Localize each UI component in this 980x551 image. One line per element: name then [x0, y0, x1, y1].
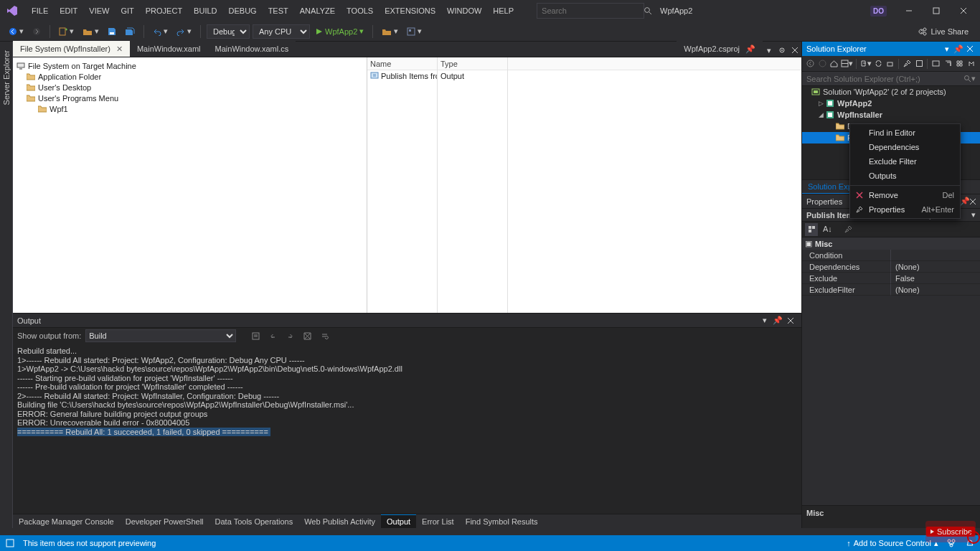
tab-close-all-button[interactable] [788, 44, 801, 57]
fs-folder[interactable]: User's Desktop [14, 82, 365, 93]
global-search[interactable] [537, 3, 644, 19]
se-sync-icon[interactable] [873, 57, 884, 70]
menu-git[interactable]: GIT [115, 4, 139, 18]
collapse-icon[interactable]: ▣ [805, 239, 812, 248]
save-all-button[interactable] [122, 26, 138, 37]
se-forward-icon[interactable] [817, 57, 828, 70]
fs-folder[interactable]: Wpf1 [14, 103, 365, 114]
list-row-type[interactable]: Output [438, 70, 507, 82]
bottom-tab-developer-powershell[interactable]: Developer PowerShell [120, 515, 209, 528]
global-search-input[interactable] [542, 6, 641, 15]
file-system-tree[interactable]: File System on Target Machine Applicatio… [13, 57, 367, 313]
bottom-tab-find-symbol-results[interactable]: Find Symbol Results [460, 515, 544, 528]
context-menu-remove[interactable]: RemoveDel [850, 188, 960, 202]
property-value[interactable]: False [891, 273, 980, 284]
solution-explorer-search-input[interactable] [806, 75, 963, 83]
properties-alphabetical-button[interactable]: A↓ [820, 223, 833, 236]
bottom-tab-error-list[interactable]: Error List [416, 515, 460, 528]
bottom-tab-data-tools-operations[interactable]: Data Tools Operations [209, 515, 299, 528]
left-toolbox-strip[interactable]: Server Explorer [0, 42, 13, 528]
bottom-tab-web-publish-activity[interactable]: Web Publish Activity [298, 515, 381, 528]
start-debugging-button[interactable]: WpfApp2 ▾ [313, 25, 367, 37]
menu-debug[interactable]: DEBUG [223, 4, 263, 18]
save-button[interactable] [105, 26, 119, 37]
output-next-message-button[interactable] [283, 329, 296, 342]
document-tab[interactable]: MainWindow.xaml [130, 41, 208, 57]
se-collapse-all-icon[interactable] [885, 57, 896, 70]
redo-button[interactable]: ▾ [174, 25, 194, 37]
property-row[interactable]: ExcludeFalse [802, 273, 980, 284]
se-view2-icon[interactable] [943, 57, 953, 70]
output-source-select[interactable]: Build [85, 329, 236, 342]
context-menu[interactable]: Find in EditorDependenciesExclude Filter… [849, 123, 961, 219]
preview-pin-icon[interactable]: 📌 [745, 44, 755, 54]
properties-category[interactable]: ▣ Misc [802, 237, 980, 250]
bottom-tab-output[interactable]: Output [381, 514, 416, 528]
property-value[interactable] [891, 250, 980, 261]
output-dropdown-button[interactable]: ▾ [758, 314, 771, 327]
context-menu-item[interactable]: Find in Editor [850, 126, 960, 140]
solution-explorer-pin-button[interactable]: 📌 [953, 43, 964, 55]
context-menu-item[interactable]: Dependencies [850, 140, 960, 154]
output-text[interactable]: Rebuild started...1>------ Rebuild All s… [13, 344, 801, 514]
property-row[interactable]: Condition [802, 250, 980, 261]
se-show-all-icon[interactable] [914, 57, 925, 70]
nav-forward-button[interactable] [29, 26, 44, 37]
property-row[interactable]: ExcludeFilter(None) [802, 284, 980, 296]
add-to-source-control-button[interactable]: ↑Add to Source Control▴ [847, 539, 938, 548]
menu-edit[interactable]: EDIT [54, 4, 83, 18]
output-close-button[interactable] [784, 314, 797, 327]
menu-view[interactable]: VIEW [83, 4, 115, 18]
menu-window[interactable]: WINDOW [441, 4, 487, 18]
output-pin-button[interactable]: 📌 [771, 314, 784, 327]
status-fork-icon[interactable] [946, 537, 957, 549]
properties-close-button[interactable] [970, 199, 976, 204]
fs-folder[interactable]: Application Folder [14, 71, 365, 82]
output-find-message-button[interactable] [249, 329, 262, 342]
menu-file[interactable]: FILE [26, 4, 54, 18]
list-row-name[interactable]: Publish Items from ... [367, 70, 437, 82]
se-back-icon[interactable] [805, 57, 816, 70]
document-tab[interactable]: File System (WpfInstaller)✕ [13, 41, 130, 57]
se-switch-views-icon[interactable]: ▾ [841, 57, 853, 70]
properties-categorized-button[interactable] [805, 223, 818, 236]
open-file-button[interactable]: ▾ [80, 25, 102, 37]
solution-node[interactable]: ◢WpfInstaller [802, 109, 980, 121]
se-home-icon[interactable] [829, 57, 839, 70]
undo-button[interactable]: ▾ [150, 25, 171, 37]
menu-help[interactable]: HELP [487, 4, 519, 18]
se-preview-icon[interactable] [930, 57, 941, 70]
fs-folder[interactable]: User's Programs Menu [14, 93, 365, 103]
property-value[interactable]: (None) [891, 284, 980, 296]
menu-build[interactable]: BUILD [188, 4, 222, 18]
properties-pin-button[interactable]: 📌 [960, 197, 970, 206]
output-prev-message-button[interactable] [266, 329, 279, 342]
user-badge[interactable]: DO [870, 6, 887, 17]
menu-extensions[interactable]: EXTENSIONS [379, 4, 441, 18]
output-clear-button[interactable] [301, 329, 314, 342]
live-share-button[interactable]: Live Share [911, 27, 974, 36]
expander-icon[interactable]: ▷ [816, 100, 825, 107]
properties-grid[interactable]: ▣ MiscConditionDependencies(None)Exclude… [802, 237, 980, 505]
tab-overflow-button[interactable]: ▾ [763, 44, 776, 57]
window-close-button[interactable] [951, 2, 976, 19]
document-tab[interactable]: MainWindow.xaml.cs [208, 41, 296, 57]
tab-settings-button[interactable] [776, 44, 788, 57]
nav-back-button[interactable]: ▾ [6, 25, 27, 37]
menu-tools[interactable]: TOOLS [341, 4, 379, 18]
fs-root[interactable]: File System on Target Machine [14, 60, 365, 71]
output-wordwrap-button[interactable] [318, 329, 331, 342]
se-properties-icon[interactable] [902, 57, 913, 70]
new-item-button[interactable]: ▾ [56, 25, 77, 37]
solution-explorer-menu-button[interactable]: ▾ [941, 43, 953, 55]
context-menu-item[interactable]: Exclude Filter [850, 154, 960, 169]
context-menu-properties[interactable]: PropertiesAlt+Enter [850, 202, 960, 217]
solution-root[interactable]: Solution 'WpfApp2' (2 of 2 projects) [802, 86, 980, 98]
menu-analyze[interactable]: ANALYZE [294, 4, 341, 18]
property-value[interactable]: (None) [891, 261, 980, 273]
server-explorer-tab[interactable]: Server Explorer [1, 47, 12, 108]
se-view4-icon[interactable] [966, 57, 977, 70]
document-tab-right[interactable]: WpfApp2.csproj 📌 [677, 41, 763, 57]
platform-select[interactable]: Any CPU [253, 24, 310, 39]
bottom-tab-package-manager-console[interactable]: Package Manager Console [13, 515, 120, 528]
